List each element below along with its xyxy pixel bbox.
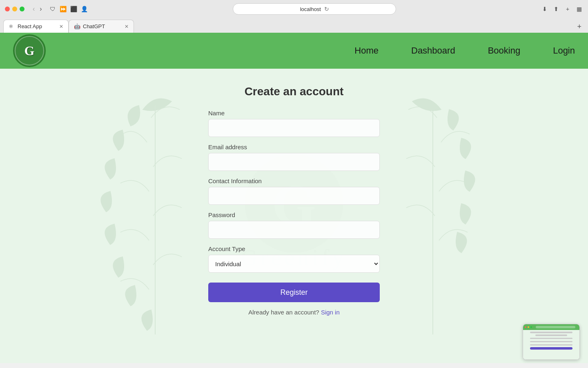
account-type-field-group: Account Type Individual Business Organiz… [208,245,380,273]
name-input[interactable] [208,119,380,137]
signin-link[interactable]: Sign in [321,309,340,316]
register-button[interactable]: Register [208,283,380,302]
nav-link-home[interactable]: Home [354,45,379,56]
thumb-line-2 [535,334,567,336]
form-title: Create an account [245,85,344,98]
thumb-line-4 [530,341,572,342]
browser-toolbar: ‹ › 🛡 ⏩ ⬛ 👤 localhost ↻ ⬇ ⬆ + ▦ [0,0,588,18]
shield-icon: 🛡 [49,5,57,13]
browser-tabs: ⚛ React App ✕ 🤖 ChatGPT ✕ + [0,18,588,33]
signin-prompt-text: Already have an account? [248,309,319,316]
url-text: localhost [300,6,321,12]
account-type-select[interactable]: Individual Business Organization [208,255,380,273]
email-field-group: Email address [208,144,380,171]
address-bar-container: localhost ↻ [92,3,537,15]
thumb-line-1 [530,332,572,333]
navigation-arrows: ‹ › [31,4,44,13]
navbar: G Home Dashboard Booking Login [0,33,588,69]
tab-icon: ⬛ [70,5,78,13]
tab-favicon-react: ⚛ [9,23,15,30]
tab-favicon-chatgpt: 🤖 [74,23,80,30]
signin-prompt: Already have an account? Sign in [248,309,340,316]
new-tab-icon[interactable]: + [564,5,572,13]
nav-link-dashboard[interactable]: Dashboard [411,45,455,56]
password-label: Password [208,211,380,218]
tab-label-chatgpt: ChatGPT [83,23,105,29]
thumb-line-3 [530,338,572,339]
logo-ring [15,36,44,65]
thumb-dot-min [528,326,529,328]
contact-field-group: Contact Information [208,177,380,205]
browser-icons-left: 🛡 ⏩ ⬛ 👤 [49,5,89,13]
reload-icon[interactable]: ↻ [324,6,329,12]
thumb-dot-close [525,326,526,328]
tab-chatgpt[interactable]: 🤖 ChatGPT ✕ [69,20,134,33]
forward-button[interactable]: › [38,4,43,13]
share-icon: ⬆ [552,5,560,13]
profile-icon: 👤 [80,5,89,13]
password-input[interactable] [208,221,380,239]
email-input[interactable] [208,153,380,171]
back-button[interactable]: ‹ [31,4,36,13]
thumb-content [523,330,579,360]
tab-label-react: React App [18,23,42,29]
tab-close-chatgpt[interactable]: ✕ [125,24,129,29]
minimize-window-button[interactable] [12,7,17,11]
main-content: G Greenify Create an account Name Email … [0,69,588,363]
download-icon: ⬇ [541,5,549,13]
maximize-window-button[interactable] [20,7,24,11]
contact-input[interactable] [208,187,380,205]
account-type-label: Account Type [208,245,380,252]
navbar-nav: Home Dashboard Booking Login [354,45,575,56]
thumbnail-preview [523,324,580,360]
extensions-icon: ⏩ [59,5,67,13]
tab-close-react[interactable]: ✕ [59,24,63,29]
email-label: Email address [208,144,380,150]
thumb-address [536,326,575,328]
close-window-button[interactable] [5,7,10,11]
thumb-register-btn [530,347,572,350]
sidebar-icon: ▦ [575,5,583,13]
nav-link-login[interactable]: Login [553,45,575,56]
name-label: Name [208,110,380,117]
name-field-group: Name [208,110,380,137]
address-bar[interactable]: localhost ↻ [233,3,396,15]
navbar-logo: G [13,34,46,67]
thumb-line-5 [530,344,572,346]
thumb-navbar [523,324,579,330]
browser-icons-right: ⬇ ⬆ + ▦ [541,5,583,13]
thumb-dot-max [530,326,532,328]
password-field-group: Password [208,211,380,239]
nav-link-booking[interactable]: Booking [488,45,521,56]
browser-chrome: ‹ › 🛡 ⏩ ⬛ 👤 localhost ↻ ⬇ ⬆ + ▦ ⚛ React … [0,0,588,33]
webpage: G Home Dashboard Booking Login [0,33,588,363]
new-tab-button[interactable]: + [574,22,585,31]
window-controls [5,7,24,11]
contact-label: Contact Information [208,177,380,184]
tab-react-app[interactable]: ⚛ React App ✕ [3,20,69,33]
registration-form-container: Create an account Name Email address Con… [208,85,380,316]
